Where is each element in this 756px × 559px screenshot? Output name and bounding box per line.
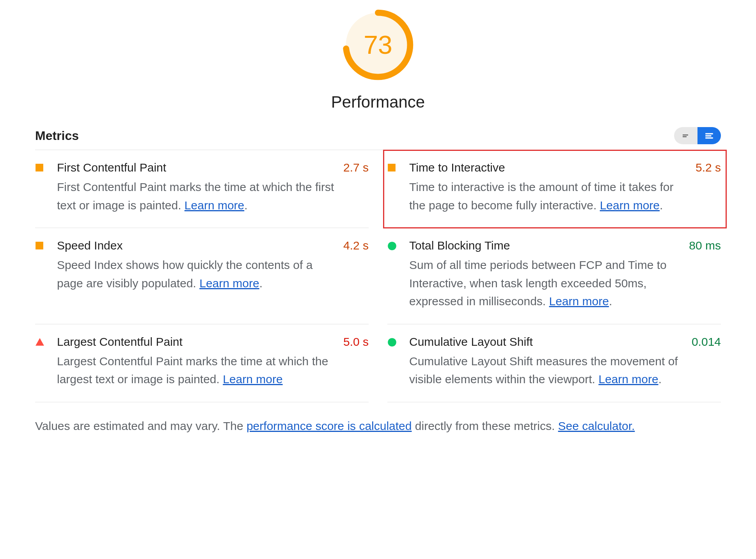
metric-fcp: First Contentful PaintFirst Contentful P…	[35, 150, 369, 228]
score-calc-link[interactable]: performance score is calculated	[247, 419, 412, 432]
status-icon-tbt	[387, 241, 403, 311]
svg-rect-4	[705, 137, 713, 138]
status-icon-tti	[387, 163, 403, 214]
metric-body: Cumulative Layout ShiftCumulative Layout…	[409, 335, 685, 389]
svg-point-8	[388, 242, 396, 250]
metric-value: 5.2 s	[696, 161, 721, 214]
metric-description: Largest Contentful Paint marks the time …	[57, 352, 337, 389]
svg-rect-1	[683, 136, 687, 138]
learn-more-link[interactable]: Learn more	[185, 199, 244, 212]
svg-rect-7	[35, 242, 43, 249]
metric-description: Cumulative Layout Shift measures the mov…	[409, 352, 685, 389]
svg-marker-9	[35, 338, 44, 346]
expanded-icon	[704, 131, 714, 141]
metric-description-text: Sum of all time periods between FCP and …	[409, 258, 667, 308]
metric-body: Time to InteractiveTime to interactive i…	[409, 161, 689, 214]
metric-title: Cumulative Layout Shift	[409, 335, 685, 348]
metric-title: Speed Index	[57, 239, 337, 252]
learn-more-link[interactable]: Learn more	[598, 373, 658, 386]
metric-value: 5.0 s	[343, 335, 369, 389]
learn-more-link[interactable]: Learn more	[600, 199, 660, 212]
footer-text-1: Values are estimated and may vary. The	[35, 419, 247, 432]
svg-rect-2	[705, 133, 713, 134]
metric-description: Speed Index shows how quickly the conten…	[57, 256, 337, 292]
learn-more-link[interactable]: Learn more	[223, 373, 282, 386]
metric-desc-trailing: .	[660, 199, 663, 212]
status-icon-si	[35, 241, 51, 311]
status-icon-lcp	[35, 338, 51, 389]
status-icon-fcp	[35, 163, 51, 214]
category-title: Performance	[331, 93, 425, 111]
svg-rect-0	[683, 134, 688, 136]
score-gauge-section: 73 Performance	[35, 8, 721, 111]
metric-title: Largest Contentful Paint	[57, 335, 337, 348]
view-toggle	[674, 127, 721, 144]
svg-rect-6	[388, 164, 396, 172]
learn-more-link[interactable]: Learn more	[199, 277, 259, 290]
metric-desc-trailing: .	[658, 373, 662, 386]
view-expanded-button[interactable]	[697, 127, 721, 144]
metric-description: First Contentful Paint marks the time at…	[57, 178, 337, 214]
metric-title: First Contentful Paint	[57, 161, 337, 174]
footer-note: Values are estimated and may vary. The p…	[35, 419, 721, 433]
see-calculator-link[interactable]: See calculator.	[558, 419, 635, 432]
svg-rect-3	[705, 135, 711, 136]
metric-body: Total Blocking TimeSum of all time perio…	[409, 239, 683, 311]
metric-value: 2.7 s	[343, 161, 369, 214]
metric-description-text: Largest Contentful Paint marks the time …	[57, 355, 328, 386]
metric-description-text: Speed Index shows how quickly the conten…	[57, 258, 312, 290]
metric-si: Speed IndexSpeed Index shows how quickly…	[35, 228, 369, 324]
compact-icon	[681, 131, 690, 140]
metric-value: 4.2 s	[343, 239, 369, 311]
footer-text-2: directly from these metrics.	[412, 419, 558, 432]
metric-value: 0.014	[692, 335, 721, 389]
metric-tbt: Total Blocking TimeSum of all time perio…	[387, 228, 721, 324]
score-gauge: 73	[341, 8, 415, 82]
svg-point-10	[388, 338, 396, 347]
metric-body: Largest Contentful PaintLargest Contentf…	[57, 335, 337, 389]
metric-description: Sum of all time periods between FCP and …	[409, 256, 683, 311]
metric-desc-trailing: .	[244, 199, 247, 212]
metric-desc-trailing: .	[259, 277, 263, 290]
gauge-score-text: 73	[341, 8, 415, 82]
metric-description: Time to interactive is the amount of tim…	[409, 178, 689, 214]
metric-body: First Contentful PaintFirst Contentful P…	[57, 161, 337, 214]
metric-body: Speed IndexSpeed Index shows how quickly…	[57, 239, 337, 311]
view-compact-button[interactable]	[674, 127, 697, 144]
metric-title: Time to Interactive	[409, 161, 689, 174]
svg-rect-5	[35, 164, 43, 172]
metrics-title: Metrics	[35, 129, 79, 143]
metric-lcp: Largest Contentful PaintLargest Contentf…	[35, 324, 369, 402]
status-icon-cls	[387, 338, 403, 389]
learn-more-link[interactable]: Learn more	[549, 295, 609, 308]
metric-desc-trailing: .	[609, 295, 612, 308]
metrics-grid: First Contentful PaintFirst Contentful P…	[35, 150, 721, 402]
metrics-header: Metrics	[35, 127, 721, 150]
metric-value: 80 ms	[689, 239, 721, 311]
metric-title: Total Blocking Time	[409, 239, 683, 252]
metric-cls: Cumulative Layout ShiftCumulative Layout…	[387, 324, 721, 402]
metric-tti: Time to InteractiveTime to interactive i…	[383, 150, 726, 228]
